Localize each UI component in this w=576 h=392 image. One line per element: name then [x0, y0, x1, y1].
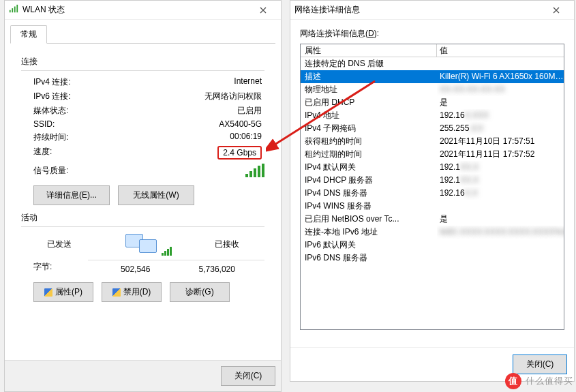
activity-icon: [123, 232, 164, 256]
net-list-row[interactable]: 连接-本地 IPv6 地址fe80::XXXX:XXXX:XXXX:XXXX%4: [301, 226, 564, 239]
net-details-list[interactable]: 属性 值 连接特定的 DNS 后缀描述Killer(R) Wi-Fi 6 AX1…: [300, 44, 564, 330]
net-val-cell: fe80::XXXX:XXXX:XXXX:XXXX%4: [437, 226, 564, 239]
net-list-row[interactable]: IPv4 WINS 服务器: [301, 200, 564, 213]
net-list-row[interactable]: IPv4 子网掩码255.255.0.0: [301, 122, 564, 135]
net-prop-cell: IPv4 地址: [301, 109, 437, 122]
wlan-tab-strip: 常规: [10, 25, 275, 44]
net-close-button[interactable]: 关闭(C): [513, 355, 567, 374]
net-prop-cell: IPv4 子网掩码: [301, 122, 437, 135]
net-list-row[interactable]: 已启用 NetBIOS over Tc...是: [301, 213, 564, 226]
group-activity-title: 活动: [21, 212, 264, 224]
net-val-cell: [437, 200, 564, 213]
close-icon[interactable]: [543, 1, 570, 19]
close-icon[interactable]: [249, 1, 277, 19]
net-val-cell: [437, 239, 564, 252]
net-prop-cell: 已启用 DHCP: [301, 96, 437, 109]
net-prop-cell: 获得租约的时间: [301, 135, 437, 148]
wireless-properties-button[interactable]: 无线属性(W): [118, 185, 194, 205]
ipv6-value: 无网络访问权限: [204, 91, 264, 102]
net-list-row[interactable]: IPv4 默认网关192.1XX.X: [301, 161, 564, 174]
net-prop-cell: IPv6 DNS 服务器: [301, 252, 437, 265]
watermark-icon: 值: [505, 373, 521, 389]
shield-icon: [112, 288, 121, 297]
network-details-window: 网络连接详细信息 网络连接详细信息(D): 属性 值 连接特定的 DNS 后缀描…: [290, 0, 575, 382]
net-val-cell: 192.16X.X: [437, 187, 564, 200]
net-list-row[interactable]: 租约过期的时间2021年11月11日 17:57:52: [301, 148, 564, 161]
disable-button[interactable]: 禁用(D): [102, 282, 162, 302]
bytes-recv-value: 5,736,020: [177, 265, 258, 274]
net-list-row[interactable]: IPv6 默认网关: [301, 239, 564, 252]
properties-button-label: 属性(P): [55, 286, 82, 298]
net-window-title: 网络连接详细信息: [294, 4, 539, 16]
net-prop-cell: IPv4 DNS 服务器: [301, 187, 437, 200]
net-prop-cell: 描述: [301, 70, 437, 83]
net-val-cell: XX-XX-XX-XX-XX: [437, 83, 564, 96]
wlan-footer: 关闭(C): [5, 360, 281, 391]
net-list-label: 网络连接详细信息(D):: [300, 28, 564, 40]
ipv6-label: IPv6 连接:: [33, 91, 204, 102]
bytes-label: 字节:: [33, 261, 88, 273]
speed-value: 2.4 Gbps: [217, 146, 262, 160]
net-titlebar: 网络连接详细信息: [290, 1, 574, 20]
net-val-cell: 是: [437, 213, 564, 226]
wlan-titlebar: WLAN 状态: [5, 1, 281, 20]
net-val-cell: 2021年11月11日 17:57:52: [437, 148, 564, 161]
net-list-row[interactable]: IPv4 DNS 服务器192.16X.X: [301, 187, 564, 200]
net-val-cell: 2021年11月10日 17:57:51: [437, 135, 564, 148]
net-prop-cell: 已启用 NetBIOS over Tc...: [301, 213, 437, 226]
signal-bars-icon: [245, 164, 264, 177]
net-label-suffix: ):: [374, 29, 379, 38]
duration-label: 持续时间:: [33, 132, 230, 143]
diagnose-button[interactable]: 诊断(G): [170, 282, 230, 302]
svg-rect-0: [10, 10, 11, 13]
divider: [21, 70, 264, 71]
ipv4-value: Internet: [234, 76, 264, 88]
quality-label: 信号质量:: [33, 165, 245, 177]
net-prop-cell: IPv6 默认网关: [301, 239, 437, 252]
net-prop-cell: IPv4 WINS 服务器: [301, 200, 437, 213]
net-prop-cell: IPv4 默认网关: [301, 161, 437, 174]
net-prop-cell: IPv4 DHCP 服务器: [301, 174, 437, 187]
net-val-cell: 192.1XX.X: [437, 174, 564, 187]
activity-sent-label: 已发送: [47, 239, 72, 250]
details-button[interactable]: 详细信息(E)...: [33, 185, 110, 205]
disable-button-label: 禁用(D): [123, 286, 151, 298]
speed-label: 速度:: [33, 146, 217, 160]
tab-general[interactable]: 常规: [10, 25, 47, 44]
wlan-status-window: WLAN 状态 常规 连接 IPv4 连接:Internet IPv6 连接:无…: [4, 0, 282, 392]
divider: [21, 226, 264, 227]
net-val-cell: 192.1XX.X: [437, 161, 564, 174]
net-list-row[interactable]: 描述Killer(R) Wi-Fi 6 AX1650x 160MHz Wirel: [301, 70, 564, 83]
net-val-cell: 是: [437, 96, 564, 109]
net-val-cell: [437, 57, 564, 70]
wlan-body: 连接 IPv4 连接:Internet IPv6 连接:无网络访问权限 媒体状态…: [5, 44, 281, 314]
svg-rect-2: [14, 7, 16, 13]
net-list-header[interactable]: 属性 值: [301, 44, 564, 57]
net-list-row[interactable]: IPv4 DHCP 服务器192.1XX.X: [301, 174, 564, 187]
net-list-row[interactable]: 获得租约的时间2021年11月10日 17:57:51: [301, 135, 564, 148]
group-connection-title: 连接: [21, 56, 264, 67]
net-list-row[interactable]: 物理地址XX-XX-XX-XX-XX: [301, 83, 564, 96]
net-prop-cell: 租约过期的时间: [301, 148, 437, 161]
net-prop-cell: 连接特定的 DNS 后缀: [301, 57, 437, 70]
media-value: 已启用: [237, 105, 264, 117]
net-label-accel: D: [368, 29, 374, 38]
net-list-row[interactable]: IPv4 地址192.16X.XXX: [301, 109, 564, 122]
wlan-close-button[interactable]: 关闭(C): [221, 366, 275, 386]
net-prop-cell: 物理地址: [301, 83, 437, 96]
properties-button[interactable]: 属性(P): [33, 282, 93, 302]
ssid-label: SSID:: [33, 119, 219, 129]
svg-rect-1: [12, 8, 13, 12]
ipv4-label: IPv4 连接:: [33, 76, 234, 88]
net-list-row[interactable]: 已启用 DHCP是: [301, 96, 564, 109]
wlan-window-title: WLAN 状态: [22, 4, 245, 16]
watermark-text: 什么值得买: [526, 375, 573, 387]
col-value[interactable]: 值: [437, 44, 564, 57]
wifi-icon: [9, 4, 18, 16]
net-list-row[interactable]: 连接特定的 DNS 后缀: [301, 57, 564, 70]
col-property[interactable]: 属性: [301, 44, 437, 57]
net-list-row[interactable]: IPv6 DNS 服务器: [301, 252, 564, 265]
net-label-prefix: 网络连接详细信息(: [300, 29, 368, 38]
net-val-cell: 192.16X.XXX: [437, 109, 564, 122]
watermark: 值 什么值得买: [505, 373, 573, 389]
